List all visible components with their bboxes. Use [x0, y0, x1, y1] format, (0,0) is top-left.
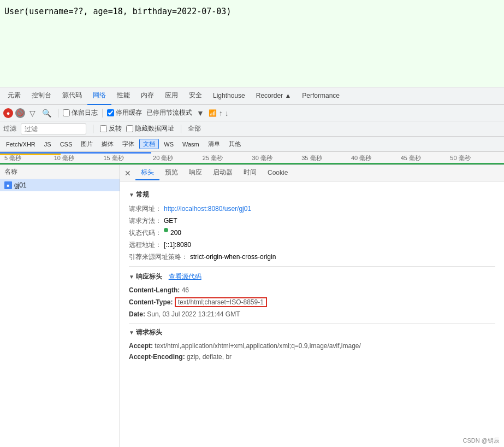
status-code-label: 状态代码： [129, 228, 162, 238]
filter-types-row: Fetch/XHR JS CSS 图片 媒体 字体 文档 WS Wasm 清单 … [0, 137, 504, 152]
accept-value: text/html,application/xhtml+xml,applicat… [155, 342, 361, 350]
user-output-text: User(username=??, age=18, birthday=2022-… [4, 7, 500, 16]
main-content: 名称 ■ gj01 ✕ 标头 预览 响应 启动器 时间 Cookie 常规 请求… [0, 165, 504, 447]
record-button[interactable]: ● [3, 108, 13, 118]
timeline-labels: 5 毫秒 10 毫秒 15 毫秒 20 毫秒 25 毫秒 30 毫秒 35 毫秒… [0, 154, 504, 162]
filter-tag-css[interactable]: CSS [56, 140, 76, 149]
timeline-label-5: 30 毫秒 [252, 154, 302, 162]
response-headers-title-row: 响应标头 查看源代码 [129, 272, 495, 281]
invert-label[interactable]: 反转 [100, 124, 122, 133]
detail-tab-headers[interactable]: 标头 [135, 166, 159, 180]
filter-tag-manifest[interactable]: 清单 [204, 139, 224, 149]
disable-cache-checkbox[interactable] [107, 109, 114, 116]
filter-button[interactable]: ▽ [27, 108, 38, 119]
devtools-wrapper: 元素 控制台 源代码 网络 性能 内存 应用 安全 Lighthouse Rec… [0, 87, 504, 165]
download-icon: ↓ [225, 109, 229, 117]
tab-lighthouse[interactable]: Lighthouse [207, 87, 251, 105]
filter-tag-ws[interactable]: WS [160, 140, 177, 149]
filter-tag-doc[interactable]: 文档 [139, 139, 159, 149]
watermark: CSDN @钥辰 [463, 437, 500, 445]
detail-tab-cookies[interactable]: Cookie [262, 167, 293, 180]
file-item-gj01[interactable]: ■ gj01 [0, 179, 120, 191]
filter-tag-img[interactable]: 图片 [77, 139, 97, 149]
content-type-row: Content-Type: text/html;charset=ISO-8859… [129, 296, 495, 309]
accept-encoding-value: gzip, deflate, br [187, 353, 232, 361]
content-type-value: text/html;charset=ISO-8859-1 [175, 297, 267, 307]
detail-tab-initiator[interactable]: 启动器 [207, 166, 238, 180]
separator [58, 109, 58, 117]
filter-tag-fetch-xhr[interactable]: Fetch/XHR [2, 140, 39, 149]
top-content-area: User(username=??, age=18, birthday=2022-… [0, 0, 504, 87]
detail-tab-timing[interactable]: 时间 [238, 166, 262, 180]
request-method-row: 请求方法： GET [129, 215, 495, 227]
filter-tag-js[interactable]: JS [40, 140, 55, 149]
filter-separator2 [181, 125, 181, 133]
remote-address-value: [::1]:8080 [164, 240, 191, 250]
date-row: Date: Sun, 03 Jul 2022 13:21:44 GMT [129, 309, 495, 320]
tab-performance[interactable]: 性能 [111, 87, 135, 105]
separator2 [102, 109, 103, 117]
filter-tag-media[interactable]: 媒体 [98, 139, 117, 149]
request-headers-section-title: 请求标头 [129, 328, 495, 337]
preserve-log-label[interactable]: 保留日志 [63, 108, 98, 117]
date-value: Sun, 03 Jul 2022 13:21:44 GMT [147, 310, 240, 318]
status-code-value: 200 [170, 228, 181, 238]
tab-application[interactable]: 应用 [159, 87, 183, 105]
network-toolbar-actions: ● 🚫 ▽ 🔍 保留日志 停用缓存 已停用节流模式 ▼ 📶 ↑ ↓ [0, 105, 504, 121]
filter-tag-other[interactable]: 其他 [225, 139, 245, 149]
request-method-value: GET [164, 216, 177, 226]
tab-security[interactable]: 安全 [183, 87, 207, 105]
timeline-label-9: 50 毫秒 [450, 154, 500, 162]
tab-console[interactable]: 控制台 [26, 87, 57, 105]
tab-performance-insights[interactable]: Performance [297, 87, 345, 105]
details-content: 常规 请求网址： http://localhost:8080/user/gj01… [120, 181, 504, 367]
separator [129, 266, 495, 267]
general-section-title: 常规 [129, 190, 495, 199]
timeline-label-7: 40 毫秒 [351, 154, 401, 162]
file-name: gj01 [14, 181, 27, 189]
detail-tab-preview[interactable]: 预览 [159, 166, 183, 180]
referrer-policy-row: 引荐来源网址策略： strict-origin-when-cross-origi… [129, 251, 495, 263]
invert-checkbox[interactable] [100, 125, 107, 132]
disable-cache-label[interactable]: 停用缓存 [107, 108, 142, 117]
throttle-dropdown[interactable]: ▼ [194, 108, 206, 119]
left-panel-header: 名称 [0, 165, 120, 179]
timeline-bar: 5 毫秒 10 毫秒 15 毫秒 20 毫秒 25 毫秒 30 毫秒 35 毫秒… [0, 152, 504, 165]
filter-tag-wasm[interactable]: Wasm [179, 140, 203, 149]
filter-tag-font[interactable]: 字体 [118, 139, 138, 149]
filter-input[interactable] [21, 123, 86, 134]
timeline-label-4: 25 毫秒 [203, 154, 252, 162]
progress-orange [0, 154, 61, 155]
request-url-value: http://localhost:8080/user/gj01 [164, 204, 251, 214]
accept-row: Accept: text/html,application/xhtml+xml,… [129, 340, 495, 351]
offline-mode-text: 已停用节流模式 [146, 108, 192, 117]
content-length-row: Content-Length: 46 [129, 285, 495, 296]
hide-data-urls-checkbox[interactable] [126, 125, 133, 132]
filter-separator [93, 125, 93, 133]
preserve-log-checkbox[interactable] [63, 109, 70, 116]
date-name: Date: [129, 310, 145, 318]
tab-network[interactable]: 网络 [87, 87, 111, 105]
detail-tab-response[interactable]: 响应 [183, 166, 207, 180]
content-length-value: 46 [182, 286, 189, 294]
tab-memory[interactable]: 内存 [135, 87, 159, 105]
tab-recorder[interactable]: Recorder ▲ [251, 87, 297, 105]
timeline-label-2: 15 毫秒 [103, 154, 153, 162]
remote-address-row: 远程地址： [::1]:8080 [129, 239, 495, 251]
view-source-link[interactable]: 查看源代码 [169, 272, 201, 281]
clear-button[interactable]: 🚫 [15, 108, 25, 118]
search-button[interactable]: 🔍 [40, 108, 54, 119]
devtools-tabs: 元素 控制台 源代码 网络 性能 内存 应用 安全 Lighthouse Rec… [0, 87, 504, 105]
referrer-policy-label: 引荐来源网址策略： [129, 252, 188, 262]
timeline-label-6: 35 毫秒 [301, 154, 351, 162]
request-url-label: 请求网址： [129, 204, 162, 214]
tab-elements[interactable]: 元素 [2, 87, 26, 105]
hide-data-urls-label[interactable]: 隐藏数据网址 [126, 124, 174, 133]
timeline-label-1: 10 毫秒 [54, 154, 104, 162]
wifi-icon: 📶 [209, 109, 217, 117]
content-length-name: Content-Length: [129, 286, 180, 294]
left-panel: 名称 ■ gj01 [0, 165, 120, 447]
referrer-policy-value: strict-origin-when-cross-origin [190, 252, 276, 262]
tab-sources[interactable]: 源代码 [57, 87, 87, 105]
close-detail-icon[interactable]: ✕ [124, 169, 131, 178]
